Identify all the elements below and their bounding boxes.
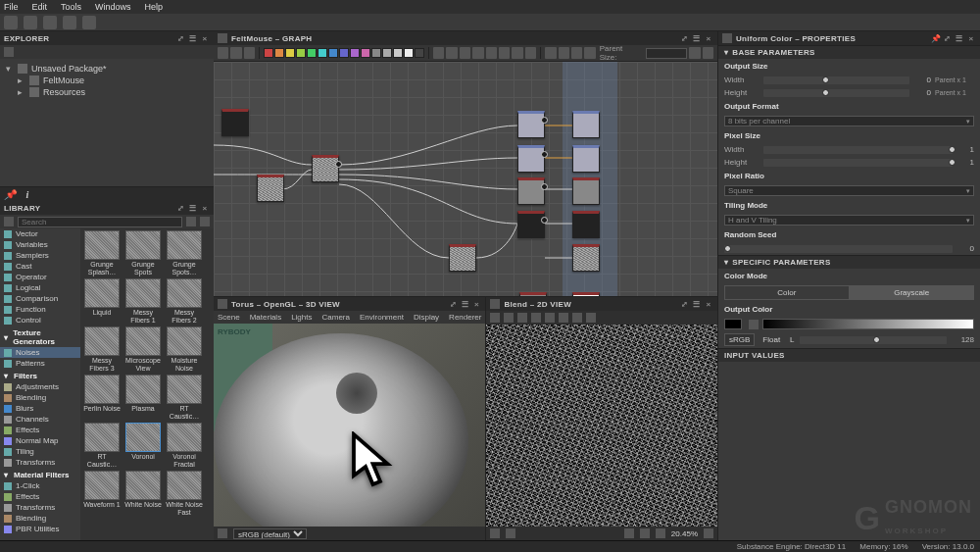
graph-node[interactable]: [449, 244, 476, 272]
panel-menu-icon[interactable]: ☰: [955, 33, 964, 43]
lib-category-item[interactable]: Samplers: [0, 250, 80, 261]
panel-menu-icon[interactable]: ☰: [692, 33, 702, 43]
panel-close-icon[interactable]: ×: [200, 33, 210, 43]
parent-size-input[interactable]: [646, 48, 687, 59]
graph-node[interactable]: [572, 145, 600, 173]
chevron-down-icon[interactable]: ▾: [6, 64, 14, 74]
panel-close-icon[interactable]: ×: [471, 299, 481, 309]
tiling-mode-dd[interactable]: H and V Tiling▾: [724, 215, 974, 226]
menu-file[interactable]: File: [4, 2, 19, 12]
library-thumb[interactable]: Moisture Noise: [165, 326, 204, 373]
color-swatch[interactable]: [415, 48, 424, 58]
library-thumb[interactable]: Grunge Splash…: [82, 230, 122, 276]
lib-category-item[interactable]: Cast: [0, 261, 80, 272]
ruler-icon[interactable]: [640, 528, 650, 538]
panel-close-icon[interactable]: ×: [200, 203, 210, 213]
color-swatch[interactable]: [350, 48, 360, 58]
open-file-icon[interactable]: [24, 16, 37, 29]
library-thumb[interactable]: Plasma: [123, 375, 163, 421]
export-icon[interactable]: [63, 16, 76, 29]
color-swatch[interactable]: [307, 48, 317, 58]
panel-undock-icon[interactable]: ⤢: [176, 203, 186, 213]
refresh-icon[interactable]: [703, 47, 713, 59]
link-icon[interactable]: [689, 47, 700, 59]
3d-menu-renderer[interactable]: Renderer: [449, 313, 481, 322]
graph-tool-icon[interactable]: [525, 47, 536, 59]
menu-help[interactable]: Help: [145, 2, 164, 12]
graph-node[interactable]: [572, 177, 600, 205]
3d-menu-display[interactable]: Display: [414, 313, 439, 322]
save-file-icon[interactable]: [43, 16, 57, 29]
color-swatch[interactable]: [404, 48, 414, 58]
new-file-icon[interactable]: [4, 16, 18, 29]
lib-category-item[interactable]: Operator: [0, 272, 80, 282]
library-thumb[interactable]: Messy Fibers 3: [82, 326, 122, 373]
graph-tool-icon[interactable]: [512, 47, 522, 59]
menu-edit[interactable]: Edit: [32, 2, 48, 12]
graph-node[interactable]: [517, 145, 545, 173]
chevron-right-icon[interactable]: ▸: [18, 87, 25, 97]
color-swatch[interactable]: [339, 48, 349, 58]
vp-tool-icon[interactable]: [506, 528, 515, 538]
panel-menu-icon[interactable]: ☰: [692, 299, 702, 309]
graph-canvas[interactable]: [214, 61, 717, 296]
graph-node[interactable]: [519, 292, 547, 296]
lib-category-item[interactable]: Transforms: [0, 502, 80, 513]
explorer-expand-icon[interactable]: [4, 47, 14, 57]
lib-category-item[interactable]: Transforms: [0, 457, 80, 468]
pxw-slider[interactable]: [763, 146, 953, 154]
library-search-input[interactable]: [18, 217, 182, 227]
library-thumb[interactable]: Voronoi: [123, 423, 163, 469]
color-swatch[interactable]: [274, 48, 284, 58]
lib-category-item[interactable]: Blurs: [0, 403, 80, 414]
library-thumb[interactable]: Grunge Spots…: [165, 230, 204, 276]
panel-close-icon[interactable]: ×: [966, 33, 976, 43]
3d-menu-scene[interactable]: Scene: [218, 313, 240, 322]
lib-category-item[interactable]: Tiling: [0, 446, 80, 457]
lib-category-item[interactable]: Adjustments: [0, 381, 80, 392]
panel-undock-icon[interactable]: ⤢: [448, 299, 458, 309]
seed-slider[interactable]: [724, 245, 953, 253]
library-thumb[interactable]: Grunge Spots: [123, 230, 163, 276]
graph-tool-icon[interactable]: [218, 47, 228, 59]
panel-undock-icon[interactable]: ⤢: [943, 33, 953, 43]
graph-tool-icon[interactable]: [571, 47, 582, 59]
color-swatch[interactable]: [328, 48, 338, 58]
panel-undock-icon[interactable]: ⤢: [680, 33, 690, 43]
library-thumb[interactable]: RT Caustic…: [82, 423, 122, 469]
graph-node[interactable]: [572, 111, 600, 138]
vp-tool-icon[interactable]: [572, 313, 582, 323]
pxh-slider[interactable]: [763, 159, 953, 167]
library-thumb[interactable]: Perlin Noise: [82, 375, 122, 421]
lib-category-item[interactable]: 1-Click: [0, 480, 80, 491]
graph-node[interactable]: [572, 244, 600, 272]
chevron-right-icon[interactable]: ▸: [18, 75, 25, 85]
graph-tool-icon[interactable]: [460, 47, 470, 59]
color-swatch[interactable]: [382, 48, 392, 58]
vp-tool-icon[interactable]: [504, 313, 514, 323]
3d-menu-camera[interactable]: Camera: [322, 313, 350, 322]
vp-tool-icon[interactable]: [490, 313, 500, 323]
panel-menu-icon[interactable]: ☰: [460, 299, 469, 309]
graph-tool-icon[interactable]: [584, 47, 595, 59]
panel-undock-icon[interactable]: ⤢: [680, 299, 690, 309]
panel-menu-icon[interactable]: ☰: [188, 203, 198, 213]
lib-category-item[interactable]: Effects: [0, 491, 80, 502]
vp-tool-icon[interactable]: [517, 313, 527, 323]
output-format-dd[interactable]: 8 bits per channel▾: [724, 116, 974, 126]
lib-category-item[interactable]: Channels: [0, 414, 80, 425]
panel-close-icon[interactable]: ×: [704, 299, 713, 309]
float-tag[interactable]: Float: [759, 334, 784, 345]
library-categories[interactable]: VectorVariablesSamplersCastOperatorLogic…: [0, 228, 80, 540]
lib-category-header[interactable]: ▾Filters: [0, 369, 80, 381]
grid-icon[interactable]: [624, 528, 634, 538]
lib-category-item[interactable]: Blending: [0, 392, 80, 403]
color-swatch[interactable]: [361, 48, 370, 58]
3d-menu-materials[interactable]: Materials: [250, 313, 281, 322]
color-mode-color[interactable]: Color: [724, 285, 850, 300]
color-swatch[interactable]: [285, 48, 295, 58]
sort-icon[interactable]: [200, 217, 210, 226]
3d-menu-lights[interactable]: Lights: [291, 313, 312, 322]
lib-category-item[interactable]: Patterns: [0, 358, 80, 369]
panel-undock-icon[interactable]: ⤢: [176, 33, 186, 43]
